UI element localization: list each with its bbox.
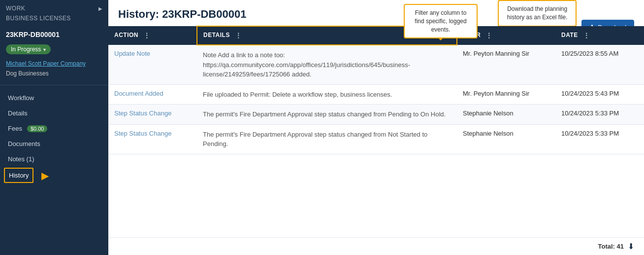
sidebar-item-documents[interactable]: Documents [0,136,108,151]
sidebar-item-notes-label: Notes (1) [8,155,34,163]
cell-user: Mr. Peyton Manning Sir [457,45,555,84]
cell-date: 10/24/2023 5:43 PM [555,84,644,105]
tooltip-download: Download the planning history as an Exce… [498,0,577,27]
arrow-indicator-icon: ▶ [41,170,49,182]
col-header-date: DATE ⋮ [555,26,644,45]
table-header-row: ACTION ⋮ DETAILS ⋮ USER ⋮ DATE ⋮ [108,26,644,45]
fees-badge: $0.00 [27,125,48,132]
tooltip-filter-text: Filter any column to find specific, logg… [415,9,466,33]
main-content: History: 23KRP-DB00001 Filter any column… [108,0,644,255]
sidebar-item-details[interactable]: Details [0,106,108,121]
sidebar-divider [0,85,108,85]
sidebar-item-workflow-label: Workflow [8,94,34,102]
table-row: Step Status ChangeThe permit's Fire Depa… [108,105,644,125]
main-header: History: 23KRP-DB00001 Filter any column… [108,0,644,26]
sidebar-item-fees-label: Fees [8,125,22,132]
sidebar-sub-label: Dog Businesses [0,69,108,82]
cell-user: Stephanie Nelson [457,105,555,125]
cell-user: Mr. Peyton Manning Sir [457,84,555,105]
cell-date: 10/24/2023 5:33 PM [555,124,644,154]
status-label: In Progress [11,46,41,53]
col-menu-user[interactable]: ⋮ [485,32,493,39]
status-badge[interactable]: In Progress ▾ [6,44,51,54]
cell-details: Note Add a link to a note too: https://q… [197,45,457,84]
table-body: Update NoteNote Add a link to a note too… [108,45,644,154]
cell-action: Document Added [108,84,197,105]
cell-action: Update Note [108,45,197,84]
sidebar-item-documents-label: Documents [8,140,40,147]
dropdown-arrow-icon: ▾ [43,47,46,52]
cell-action: Step Status Change [108,124,197,154]
cell-user: Stephanie Nelson [457,124,555,154]
col-header-action: ACTION ⋮ [108,26,197,45]
cell-details: The permit's Fire Department Approval st… [197,105,457,125]
tooltip-download-text: Download the planning history as an Exce… [507,5,568,21]
sidebar-item-notes[interactable]: Notes (1) [0,151,108,167]
company-link[interactable]: Michael Scott Paper Company [0,58,108,69]
tooltip-filter: Filter any column to find specific, logg… [404,4,478,38]
sidebar-item-history-label: History [9,172,29,179]
footer-download-icon[interactable]: ⬇ [628,242,634,251]
cell-date: 10/25/2023 8:55 AM [555,45,644,84]
main-footer: Total: 41 ⬇ [108,237,644,255]
sidebar-nav: Workflow Details Fees $0.00 Documents No… [0,88,108,186]
sidebar-item-workflow[interactable]: Workflow [0,90,108,106]
sidebar-biz-licenses-label: BUSINESS LICENSES [0,14,108,27]
cell-action: Step Status Change [108,105,197,125]
history-table: ACTION ⋮ DETAILS ⋮ USER ⋮ DATE ⋮ [108,26,644,154]
col-menu-details[interactable]: ⋮ [235,32,242,39]
chevron-right-icon: ▶ [98,6,103,11]
sidebar-item-history[interactable]: History [4,168,33,183]
table-row: Document AddedFile uploaded to Permit: D… [108,84,644,105]
col-menu-action[interactable]: ⋮ [143,32,151,39]
sidebar-work-header: WORK ▶ [0,0,108,14]
sidebar: WORK ▶ BUSINESS LICENSES 23KRP-DB00001 I… [0,0,108,255]
table-row: Step Status ChangeThe permit's Fire Depa… [108,124,644,154]
col-menu-date[interactable]: ⋮ [583,32,590,39]
footer-total: Total: 41 [598,243,624,250]
history-table-container: ACTION ⋮ DETAILS ⋮ USER ⋮ DATE ⋮ [108,26,644,237]
page-title: History: 23KRP-DB00001 [118,8,246,21]
cell-details: The permit's Fire Department Approval st… [197,124,457,154]
sidebar-case-id: 23KRP-DB00001 [0,27,108,40]
cell-date: 10/24/2023 5:33 PM [555,105,644,125]
table-row: Update NoteNote Add a link to a note too… [108,45,644,84]
sidebar-item-fees[interactable]: Fees $0.00 [0,121,108,136]
sidebar-work-label: WORK [6,5,25,12]
sidebar-item-details-label: Details [8,109,28,117]
cell-details: File uploaded to Permit: Delete a workfl… [197,84,457,105]
